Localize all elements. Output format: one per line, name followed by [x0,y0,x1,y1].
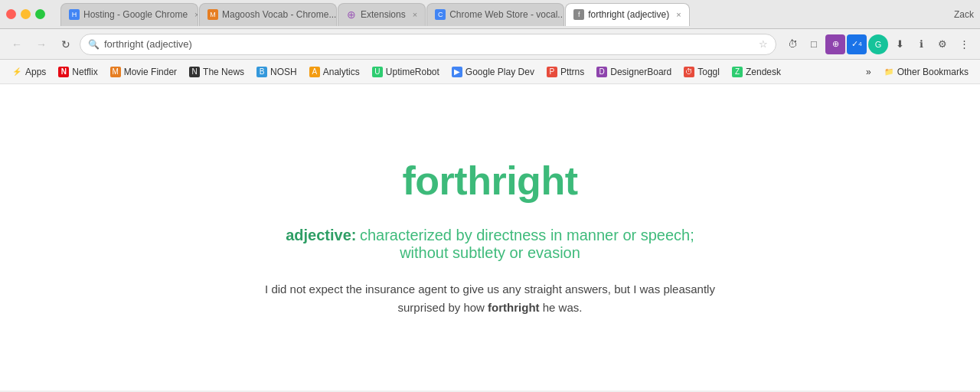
bookmark-netflix[interactable]: N Netflix [53,64,103,80]
bookmark-google-play-dev-label: Google Play Dev [466,67,534,77]
toolbar-icons: ⏱ □ ⊕ ✓4 G ⬇ ℹ ⚙ ⋮ [782,34,974,54]
extensions-icon[interactable]: ⊕ [825,34,845,54]
maximize-button[interactable] [35,9,45,19]
bookmarks-bar: ⚡ Apps N Netflix M Movie Finder N The Ne… [0,60,980,84]
apps-icon: ⚡ [11,67,22,77]
definition-text-2: without subtlety or evasion [400,244,580,261]
settings-icon[interactable]: ⚙ [933,34,952,54]
example-bold-word: forthright [488,301,539,314]
definition-text-main: characterized by directness in manner or… [360,227,694,243]
bookmark-the-news[interactable]: N The News [184,64,250,80]
bookmark-apps[interactable]: ⚡ Apps [6,64,51,80]
definition-line1: adjective: characterized by directness i… [286,227,694,244]
tab-extensions[interactable]: ⊕ Extensions × [338,3,426,26]
bookmark-designerboard[interactable]: D DesignerBoard [591,64,677,80]
grammarly-icon[interactable]: G [868,34,888,54]
tab-close-forthright[interactable]: × [676,10,681,19]
zendesk-icon: Z [732,67,743,77]
tab-favicon-extensions: ⊕ [346,9,357,20]
more-bookmarks-label: » [866,67,871,77]
forward-button[interactable]: → [31,34,52,55]
window-controls [6,9,45,19]
tab-close-hosting[interactable]: × [194,10,198,19]
menu-icon[interactable]: ⋮ [954,34,974,54]
tab-close-extensions[interactable]: × [413,10,417,19]
address-bar[interactable]: 🔍 forthright (adjective) ☆ [80,34,776,55]
bookmark-pttrns[interactable]: P Pttrns [541,64,590,80]
word-title: forthright [403,158,578,204]
bookmark-apps-label: Apps [25,67,46,77]
bookmark-nosh-label: NOSH [270,67,297,77]
bookmark-netflix-label: Netflix [72,67,97,77]
bookmark-google-play-dev[interactable]: ▶ Google Play Dev [446,64,540,80]
bookmark-uptimerobot-label: UptimeRobot [386,67,439,77]
definition-block: adjective: characterized by directness i… [286,227,694,262]
example-after: he was. [540,301,583,314]
nosh-icon: B [256,67,267,77]
todo-icon[interactable]: ✓4 [847,34,867,54]
tab-label-chrome-store: Chrome Web Store - vocal... [449,9,564,20]
bookmark-pttrns-label: Pttrns [560,67,584,77]
user-name: Zack [954,9,974,20]
title-bar: H Hosting - Google Chrome × M Magoosh Vo… [0,0,980,29]
tab-favicon-forthright: f [573,9,584,20]
google-play-dev-icon: ▶ [452,67,462,77]
folder-icon: 📁 [884,67,894,77]
example-sentence: I did not expect the insurance agent to … [260,280,720,317]
bookmark-toggl[interactable]: ⏱ Toggl [678,64,725,80]
the-news-icon: N [189,67,200,77]
reload-button[interactable]: ↻ [55,34,77,55]
bookmark-movie-finder-label: Movie Finder [124,67,177,77]
address-text: forthright (adjective) [104,38,754,50]
bookmark-analytics[interactable]: A Analytics [304,64,365,80]
bookmark-other[interactable]: 📁 Other Bookmarks [878,64,974,80]
nav-bar: ← → ↻ 🔍 forthright (adjective) ☆ ⏱ □ ⊕ ✓… [0,29,980,60]
movie-finder-icon: M [110,67,121,77]
cast-icon[interactable]: □ [804,34,824,54]
bookmark-other-label: Other Bookmarks [897,67,969,77]
bookmark-designerboard-label: DesignerBoard [610,67,671,77]
bookmark-zendesk-label: Zendesk [746,67,781,77]
close-button[interactable] [6,9,16,19]
info-icon[interactable]: ℹ [911,34,931,54]
tab-label-magoosh: Magoosh Vocab - Chrome... [222,9,336,20]
bookmark-toggl-label: Toggl [697,67,720,77]
tab-label-forthright: forthright (adjective) [588,9,669,20]
tab-magoosh[interactable]: M Magoosh Vocab - Chrome... × [199,3,337,26]
toggl-icon: ⏱ [684,67,694,77]
bookmark-the-news-label: The News [203,67,244,77]
tabs-bar: H Hosting - Google Chrome × M Magoosh Vo… [54,3,948,26]
tab-chrome-store[interactable]: C Chrome Web Store - vocal... × [426,3,564,26]
definition-line2: without subtlety or evasion [286,244,694,262]
analytics-icon: A [309,67,320,77]
bookmark-analytics-label: Analytics [323,67,360,77]
search-icon: 🔍 [88,39,100,50]
part-of-speech: adjective: [286,227,356,243]
history-icon[interactable]: ⏱ [782,34,802,54]
page-content: forthright adjective: characterized by d… [0,84,980,390]
designerboard-icon: D [596,67,607,77]
tab-favicon-magoosh: M [207,9,218,20]
uptimerobot-icon: U [372,67,383,77]
back-button[interactable]: ← [6,34,28,55]
tab-forthright[interactable]: f forthright (adjective) × [565,3,689,26]
netflix-icon: N [58,67,69,77]
bookmark-movie-finder[interactable]: M Movie Finder [105,64,182,80]
tab-favicon-chrome-store: C [435,9,446,20]
bookmark-zendesk[interactable]: Z Zendesk [727,64,786,80]
bookmark-nosh[interactable]: B NOSH [251,64,302,80]
tab-hosting[interactable]: H Hosting - Google Chrome × [60,3,198,26]
tab-favicon-hosting: H [69,9,80,20]
bookmark-star-icon[interactable]: ☆ [759,38,768,50]
minimize-button[interactable] [21,9,31,19]
bookmark-uptimerobot[interactable]: U UptimeRobot [367,64,445,80]
more-bookmarks-button[interactable]: » [861,64,877,80]
pttrns-icon: P [547,67,557,77]
tab-label-extensions: Extensions [361,9,406,20]
download-icon[interactable]: ⬇ [890,34,910,54]
tab-label-hosting: Hosting - Google Chrome [83,9,188,20]
